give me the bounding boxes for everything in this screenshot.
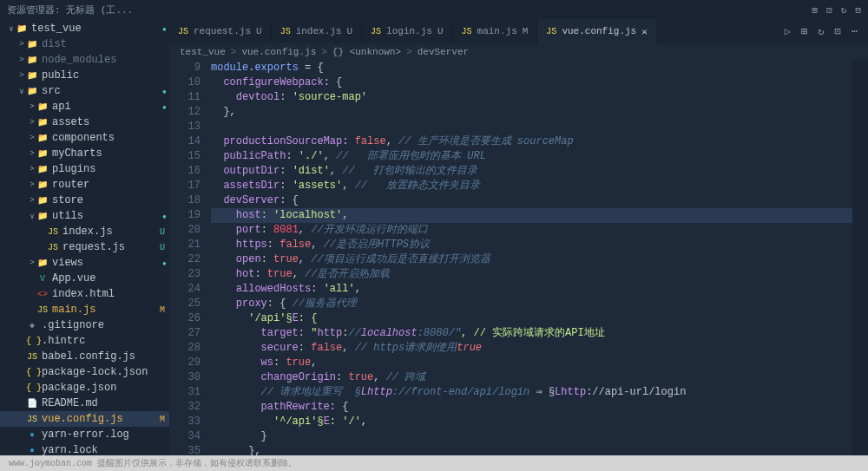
code-line[interactable]: '^/api'§E: '/', [211,415,868,429]
line-number: 13 [169,120,201,134]
tree-item-myCharts[interactable]: >📁myCharts [0,146,169,161]
code-line[interactable]: https: false, //是否启用HTTPS协议 [211,238,868,252]
git-dot-icon: ● [162,103,169,111]
file-explorer[interactable]: ∨📁test_vue●>📁dist>📁node_modules>📁public∨… [0,19,169,455]
tree-item-src[interactable]: ∨📁src● [0,83,169,99]
chevron-icon[interactable]: > [17,71,26,80]
chevron-icon[interactable]: > [28,196,36,205]
code-line[interactable]: outputDir: 'dist', // 打包时输出的文件目录 [211,164,868,179]
tree-item-App-vue[interactable]: VApp.vue [0,271,169,286]
tab-login-js[interactable]: JSlogin.jsU [362,19,452,43]
code-line[interactable]: port: 8081, //开发环境运行时的端口 [211,223,868,238]
tree-item-utils[interactable]: ∨📁utils● [0,208,169,224]
chevron-icon[interactable]: > [28,134,36,142]
chevron-icon[interactable]: > [28,149,36,158]
chevron-icon[interactable]: > [28,165,36,173]
code-line[interactable]: allowedHosts: 'all', [211,282,868,297]
new-folder-icon[interactable]: ⊡ [826,4,832,16]
tree-item-router[interactable]: >📁router [0,177,169,193]
tree-item-store[interactable]: >📁store [0,193,169,208]
tab-action-icon[interactable]: ⋯ [852,25,858,38]
chevron-icon[interactable]: > [28,180,36,189]
code-line[interactable]: ws: true, [211,356,868,370]
code-line[interactable]: // 请求地址重写 §Lhttp://front-end/api/login ⇒… [211,385,868,400]
code-line[interactable]: configureWebpack: { [211,75,868,90]
code-line[interactable]: assetsDir: 'assets', // 放置静态文件夹目录 [211,179,868,193]
breadcrumb-item[interactable]: vue.config.js [241,47,316,57]
tree-item-vue-config-js[interactable]: JSvue.config.jsM [0,411,169,427]
code-line[interactable]: host: 'localhost', [211,208,868,223]
line-number: 17 [169,179,201,193]
tree-item-test_vue[interactable]: ∨📁test_vue● [0,21,169,36]
tree-item-babel-config-js[interactable]: JSbabel.config.js [0,349,169,364]
code-line[interactable]: } [211,429,868,444]
breadcrumb-item[interactable]: {} <unknown> [332,47,401,57]
code-line[interactable]: }, [211,444,868,455]
tree-item-yarn-error-log[interactable]: ●yarn-error.log [0,427,169,442]
file-name: test_vue [31,23,162,35]
code-line[interactable]: productionSourceMap: false, // 生产环境是否要生成… [211,134,868,149]
tree-item-index-html[interactable]: <>index.html [0,286,169,302]
tree-item-package-json[interactable]: { }package.json [0,380,169,396]
breadcrumb[interactable]: test_vue>vue.config.js>{} <unknown>>devS… [169,43,868,61]
chevron-icon[interactable]: > [17,56,26,64]
js-icon: JS [47,243,59,252]
tree-item-yarn-lock[interactable]: ●yarn.lock [0,442,169,455]
tree-item-main-js[interactable]: JSmain.jsM [0,302,169,317]
tab-request-js[interactable]: JSrequest.jsU [169,19,272,43]
code-line[interactable]: publicPath: './', // 部署应用包时的基本 URL [211,149,868,164]
chevron-icon[interactable]: ∨ [7,24,16,34]
chevron-icon[interactable]: > [28,118,36,127]
tree-item-dist[interactable]: >📁dist [0,36,169,52]
tree-item--gitignore[interactable]: ◈.gitignore [0,317,169,333]
tree-item-assets[interactable]: >📁assets [0,114,169,130]
tab-label: vue.config.js [562,26,636,36]
git-status: M [155,305,169,315]
refresh-icon[interactable]: ↻ [841,4,847,16]
tab-action-icon[interactable]: ⊞ [801,25,807,38]
code-line[interactable] [211,120,868,134]
code-line[interactable]: secure: false, // https请求则使用true [211,341,868,356]
tab-main-js[interactable]: JSmain.jsM [453,19,538,43]
file-name: yarn-error.log [42,428,169,441]
tree-item-views[interactable]: >📁views● [0,255,169,271]
tree-item-plugins[interactable]: >📁plugins [0,161,169,177]
new-file-icon[interactable]: ⊞ [812,4,819,16]
tree-item-index-js[interactable]: JSindex.jsU [0,224,169,239]
code-line[interactable]: changeOrigin: true, // 跨域 [211,370,868,385]
tree-item-api[interactable]: >📁api● [0,99,169,114]
chevron-icon[interactable]: > [17,40,26,49]
tab-index-js[interactable]: JSindex.jsU [272,19,362,43]
tab-vue-config-js[interactable]: JSvue.config.js✕ [537,19,656,43]
code-line[interactable]: devtool: 'source-map' [211,90,868,105]
code-editor[interactable]: 9101112131415161718192021222324252627282… [169,61,868,455]
tree-item-node_modules[interactable]: >📁node_modules [0,52,169,68]
collapse-icon[interactable]: ⊟ [855,4,861,16]
chevron-icon[interactable]: ∨ [28,212,36,221]
code-line[interactable]: proxy: { //服务器代理 [211,297,868,311]
chevron-icon[interactable]: > [28,102,36,111]
minimap[interactable] [852,61,868,455]
code-line[interactable]: hot: true, //是否开启热加载 [211,267,868,282]
code-line[interactable]: }, [211,105,868,120]
code-line[interactable]: open: true, //项目运行成功后是否直接打开浏览器 [211,252,868,267]
chevron-icon[interactable]: > [28,258,36,267]
tree-item--hintrc[interactable]: { }.hintrc [0,333,169,349]
tree-item-README-md[interactable]: 📄README.md [0,396,169,411]
tree-item-components[interactable]: >📁components [0,130,169,146]
code-line[interactable]: '/api'§E: { [211,311,868,326]
code-line[interactable]: target: "http://localhost:8080/", // 实际跨… [211,326,868,341]
breadcrumb-item[interactable]: test_vue [180,47,226,57]
chevron-icon[interactable]: ∨ [17,87,26,96]
code-line[interactable]: pathRewrite: { [211,400,868,415]
breadcrumb-item[interactable]: devServer [418,47,469,57]
tab-action-icon[interactable]: ⊡ [835,25,841,38]
code-line[interactable]: devServer: { [211,193,868,208]
tree-item-package-lock-json[interactable]: { }package-lock.json [0,364,169,380]
code-line[interactable]: module.exports = { [211,61,868,75]
title-bar: 资源管理器: 无标题 (工... ⊞ ⊡ ↻ ⊟ [0,0,868,19]
tree-item-request-js[interactable]: JSrequest.jsU [0,239,169,255]
tab-action-icon[interactable]: ▷ [785,25,791,38]
tree-item-public[interactable]: >📁public [0,68,169,83]
tab-action-icon[interactable]: ↻ [818,25,824,38]
